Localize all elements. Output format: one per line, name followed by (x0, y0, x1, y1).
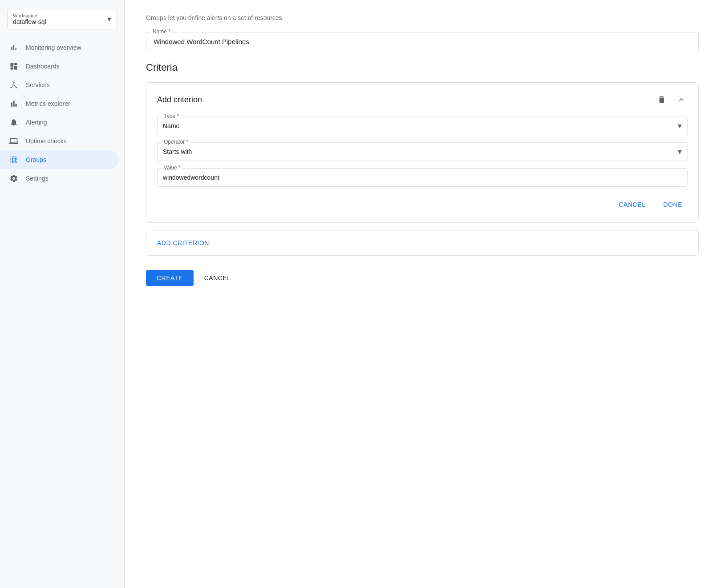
operator-dropdown-arrow: ▾ (678, 147, 682, 157)
main-nav: Monitoring overview Dashboards Services … (0, 38, 124, 188)
sidebar: Workspace dataflow-sql ▾ Monitoring over… (0, 0, 125, 588)
chevron-up-icon (677, 95, 686, 104)
svg-point-2 (16, 87, 17, 88)
add-criterion-card: ADD CRITERION (146, 230, 699, 256)
workspace-name: dataflow-sql (13, 18, 46, 25)
bell-icon (9, 117, 19, 127)
bar-chart-icon (9, 43, 19, 52)
main-content: Groups let you define alerts on a set of… (125, 0, 720, 588)
value-label: Value * (162, 165, 182, 171)
sidebar-item-label-dashboards: Dashboards (26, 63, 60, 70)
value-field-wrapper: Value * (157, 168, 688, 187)
delete-criterion-button[interactable] (655, 93, 668, 106)
sidebar-item-dashboards[interactable]: Dashboards (0, 57, 119, 76)
workspace-dropdown-arrow: ▾ (107, 14, 111, 24)
sidebar-item-label-metrics-explorer: Metrics explorer (26, 100, 70, 107)
sidebar-item-metrics-explorer[interactable]: Metrics explorer (0, 94, 119, 113)
sidebar-item-label-alerting: Alerting (26, 119, 47, 126)
name-input[interactable] (154, 38, 691, 45)
operator-select-value: Starts with (163, 146, 192, 157)
sidebar-item-monitoring-overview[interactable]: Monitoring overview (0, 38, 119, 57)
criteria-title: Criteria (146, 62, 699, 73)
groups-icon (9, 155, 19, 165)
criterion-actions (655, 93, 688, 106)
name-field-wrapper: Name * (146, 32, 699, 51)
sidebar-item-label-uptime-checks: Uptime checks (26, 137, 67, 145)
collapse-criterion-button[interactable] (675, 93, 688, 106)
sidebar-item-label-groups: Groups (26, 156, 46, 163)
page-description: Groups let you define alerts on a set of… (146, 14, 699, 21)
workspace-label: Workspace (13, 13, 46, 18)
criterion-done-button[interactable]: DONE (658, 197, 688, 212)
type-select-row[interactable]: Name ▾ (163, 121, 682, 131)
workspace-selector[interactable]: Workspace dataflow-sql ▾ (7, 9, 117, 29)
type-label: Type * (162, 113, 181, 119)
criterion-card: Add criterion Type * Name ▾ Operator * (146, 82, 699, 223)
type-select-value: Name (163, 121, 179, 131)
sidebar-item-label-services: Services (26, 81, 50, 89)
sidebar-item-settings[interactable]: Settings (0, 169, 119, 188)
value-input[interactable] (163, 172, 682, 183)
sidebar-item-groups[interactable]: Groups (0, 150, 119, 169)
operator-select-row[interactable]: Starts with ▾ (163, 146, 682, 157)
dashboard-icon (9, 61, 19, 71)
svg-point-0 (13, 82, 14, 83)
criterion-header: Add criterion (157, 93, 688, 106)
sidebar-item-label-monitoring-overview: Monitoring overview (26, 44, 81, 51)
metrics-icon (9, 99, 19, 109)
criterion-title: Add criterion (157, 95, 202, 105)
sidebar-item-alerting[interactable]: Alerting (0, 113, 119, 132)
sidebar-item-label-settings: Settings (26, 175, 49, 182)
cancel-button[interactable]: CANCEL (199, 270, 236, 286)
trash-icon (657, 95, 666, 104)
svg-point-1 (11, 87, 12, 88)
operator-label: Operator * (162, 139, 190, 145)
form-actions: CREATE CANCEL (146, 270, 699, 304)
monitor-icon (9, 136, 19, 146)
criterion-cancel-button[interactable]: CANCEL (614, 197, 651, 212)
sidebar-item-services[interactable]: Services (0, 76, 119, 94)
name-label: Name * (151, 28, 172, 35)
criterion-footer: CANCEL DONE (157, 197, 688, 212)
services-icon (9, 80, 19, 90)
type-dropdown-arrow: ▾ (678, 121, 682, 131)
gear-icon (9, 173, 19, 183)
name-form-group: Name * (146, 32, 699, 51)
add-criterion-button[interactable]: ADD CRITERION (157, 238, 209, 248)
create-button[interactable]: CREATE (146, 270, 194, 286)
type-select-wrapper: Type * Name ▾ (157, 117, 688, 135)
operator-select-wrapper: Operator * Starts with ▾ (157, 142, 688, 161)
sidebar-item-uptime-checks[interactable]: Uptime checks (0, 132, 119, 150)
